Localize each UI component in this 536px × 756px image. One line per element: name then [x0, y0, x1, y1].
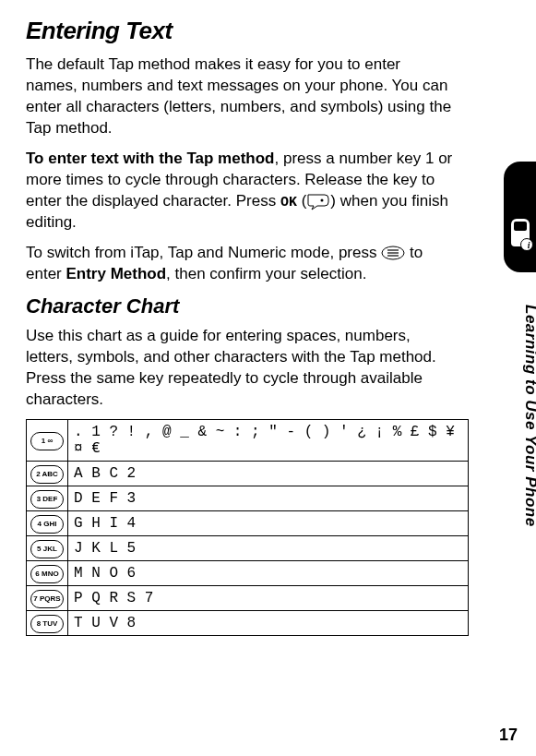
row-chars: D E F 3	[68, 486, 469, 511]
table-row: 8 TUV T U V 8	[27, 611, 469, 636]
menu-key-icon	[381, 243, 405, 264]
table-row: 4 GHI G H I 4	[27, 511, 469, 536]
paren-open: (	[297, 192, 306, 210]
tap-method-paragraph: To enter text with the Tap method, press…	[26, 149, 454, 234]
table-row: 1 ∞ . 1 ? ! , @ _ & ~ : ; " - ( ) ' ¿ ¡ …	[27, 420, 469, 462]
side-tab-block: i	[504, 162, 536, 272]
key-2-icon: 2 ABC	[30, 465, 64, 484]
chart-intro: Use this chart as a guide for entering s…	[26, 326, 454, 411]
key-6-icon: 6 MNO	[30, 565, 64, 583]
row-chars: J K L 5	[68, 536, 469, 561]
row-chars: M N O 6	[68, 561, 469, 586]
key-7-icon: 7 PQRS	[30, 590, 64, 608]
row-chars: T U V 8	[68, 611, 469, 636]
key-4-icon: 4 GHI	[30, 515, 64, 534]
table-row: 5 JKL J K L 5	[27, 536, 469, 561]
table-row: 2 ABC A B C 2	[27, 462, 469, 486]
page-number: 17	[499, 726, 518, 745]
table-row: 3 DEF D E F 3	[27, 486, 469, 511]
key-1-icon: 1 ∞	[30, 432, 64, 450]
ok-label: OK	[280, 195, 297, 210]
character-chart-table: 1 ∞ . 1 ? ! , @ _ & ~ : ; " - ( ) ' ¿ ¡ …	[26, 419, 469, 636]
subheading: Character Chart	[26, 294, 454, 318]
key-3-icon: 3 DEF	[30, 490, 64, 509]
switch-text-c: , then confirm your selection.	[166, 265, 366, 282]
right-softkey-icon	[306, 191, 330, 212]
key-8-icon: 8 TUV	[30, 615, 64, 633]
svg-point-0	[321, 198, 324, 201]
phone-info-icon: i	[511, 219, 530, 246]
row-chars: A B C 2	[68, 462, 469, 486]
intro-paragraph: The default Tap method makes it easy for…	[26, 54, 454, 139]
table-row: 6 MNO M N O 6	[27, 561, 469, 586]
key-5-icon: 5 JKL	[30, 540, 64, 558]
page-heading: Entering Text	[26, 17, 454, 45]
switch-mode-paragraph: To switch from iTap, Tap and Numeric mod…	[26, 243, 454, 285]
row-chars: . 1 ? ! , @ _ & ~ : ; " - ( ) ' ¿ ¡ % £ …	[68, 420, 469, 462]
section-side-label: Learning to Use Your Phone	[521, 305, 536, 527]
switch-text-a: To switch from iTap, Tap and Numeric mod…	[26, 244, 381, 261]
entry-method-bold: Entry Method	[66, 265, 166, 282]
table-row: 7 PQRS P Q R S 7	[27, 586, 469, 611]
row-chars: P Q R S 7	[68, 586, 469, 611]
row-chars: G H I 4	[68, 511, 469, 536]
tap-lead-bold: To enter text with the Tap method	[26, 150, 275, 167]
